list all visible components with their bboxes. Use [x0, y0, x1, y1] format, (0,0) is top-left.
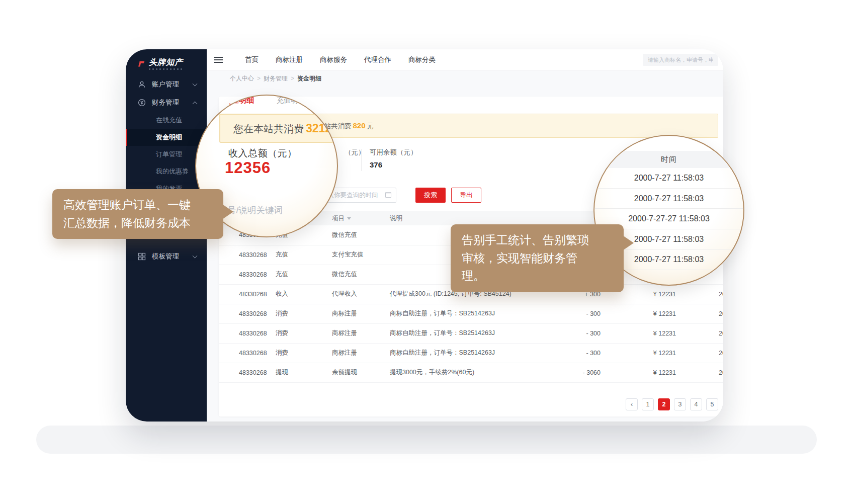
nav-item-4[interactable]: 代理合作: [364, 55, 391, 64]
page-button-1[interactable]: 1: [642, 398, 654, 410]
cell-r7c6: ¥ 12231: [616, 343, 691, 363]
lens-income-value: 12356: [225, 159, 271, 177]
page-button-5[interactable]: 5: [706, 398, 718, 410]
page-button-3[interactable]: 3: [674, 398, 686, 410]
cell-r5c3: 商标注册: [331, 304, 389, 323]
col-header-4: 说明: [389, 211, 555, 225]
cell-r6c7: 2000-7-27 11:58:03: [691, 323, 723, 343]
prev-page-button[interactable]: ‹: [626, 398, 638, 410]
finance-icon: [138, 99, 146, 107]
page-button-4[interactable]: 4: [690, 398, 702, 410]
callout-left: 高效管理账户订单、一键 汇总数据，降低财务成本: [52, 189, 223, 239]
breadcrumb-item-2[interactable]: 财务管理: [264, 74, 288, 83]
search-button[interactable]: 搜索: [415, 188, 446, 203]
menu-icon[interactable]: [214, 55, 223, 64]
sidebar-item-资金明细[interactable]: 资金明细: [126, 129, 207, 146]
cell-r4c3: 代理收入: [331, 284, 389, 304]
callout-left-arrow: [222, 204, 233, 219]
search-input[interactable]: [643, 54, 718, 66]
cell-r7c2: 消费: [275, 343, 331, 363]
logo-title: 头牌知产: [149, 57, 184, 67]
cell-r8c6: ¥ 12231: [616, 363, 691, 382]
cell-r6c1: 48330268: [219, 323, 275, 343]
nav-item-1[interactable]: 首页: [245, 55, 259, 64]
cell-r4c6: ¥ 12231: [616, 284, 691, 304]
nav-item-3[interactable]: 商标服务: [320, 55, 347, 64]
stat-balance: 可用余额（元） 376: [370, 148, 417, 169]
pagination: ‹12345: [626, 398, 718, 410]
breadcrumb-item-1[interactable]: 个人中心: [230, 74, 254, 83]
banner-amount: 820: [353, 121, 366, 130]
lens-income-label: 收入总额（元）: [228, 147, 297, 160]
cell-r7c1: 48330268: [219, 343, 275, 363]
logo: 头牌知产: [126, 49, 207, 75]
nav-item-2[interactable]: 商标注册: [276, 55, 303, 64]
calendar-icon: [385, 192, 391, 198]
banner-unit: 元: [367, 122, 374, 130]
callout-right-arrow: [623, 235, 634, 250]
breadcrumb-item-3[interactable]: 资金明细: [297, 74, 321, 83]
stat-divider: [361, 149, 362, 171]
cell-r1c3: 微信充值: [331, 225, 389, 245]
cell-r5c4: 商标自助注册，订单号：SB2514263J: [389, 304, 555, 323]
cell-r8c7: 2000-7-27 11:58:03: [691, 363, 723, 382]
cell-r5c6: ¥ 12231: [616, 304, 691, 323]
cell-r6c6: ¥ 12231: [616, 323, 691, 343]
cell-r6c5: - 300: [555, 323, 616, 343]
cell-r5c5: - 300: [555, 304, 616, 323]
sidebar-group-label: 模板管理: [152, 252, 179, 261]
chevron-down-icon: [193, 81, 198, 87]
breadcrumb: 个人中心>财务管理>资金明细: [207, 70, 723, 87]
lens-time-cell: 2000-7-27 11:58:03: [594, 168, 743, 189]
cell-r2c3: 支付宝充值: [331, 245, 389, 265]
sort-caret-icon: [347, 217, 351, 220]
sidebar-group-账户管理[interactable]: 账户管理: [126, 75, 207, 94]
cell-r7c3: 商标注册: [331, 343, 389, 363]
cell-r3c1: 48330268: [219, 265, 275, 284]
logo-subtext: [149, 68, 184, 70]
cell-r4c1: 48330268: [219, 284, 275, 304]
sidebar-item-我的优惠券[interactable]: 我的优惠券: [126, 163, 207, 180]
cell-r8c4: 提现3000元，手续费2%(60元): [389, 363, 555, 382]
top-nav: 首页商标注册商标服务代理合作商标分类: [245, 55, 436, 64]
user-icon: [138, 80, 146, 89]
sidebar-group-模板管理[interactable]: 模板管理: [126, 247, 207, 266]
breadcrumb-separator: >: [291, 75, 294, 82]
cell-r3c3: 微信充值: [331, 265, 389, 284]
cell-r7c7: 2000-7-27 11:58:03: [691, 343, 723, 363]
table-row: 48330268提现余额提现提现3000元，手续费2%(60元)- 3060¥ …: [219, 363, 723, 382]
page-button-2[interactable]: 2: [658, 398, 670, 410]
cell-r6c3: 商标注册: [331, 323, 389, 343]
sidebar-group-label: 财务管理: [152, 98, 179, 107]
cell-r8c1: 48330268: [219, 363, 275, 382]
cell-r6c2: 消费: [275, 323, 331, 343]
chevron-down-icon: [193, 254, 198, 259]
cell-r3c2: 充值: [275, 265, 331, 284]
callout-left-text: 高效管理账户订单、一键 汇总数据，降低财务成本: [63, 198, 191, 229]
sidebar-item-在线充值[interactable]: 在线充值: [126, 112, 207, 129]
cell-r2c1: 48330268: [219, 245, 275, 265]
laptop-base: [36, 426, 817, 454]
sidebar-group-财务管理[interactable]: 财务管理: [126, 94, 207, 112]
export-button[interactable]: 导出: [451, 188, 481, 203]
breadcrumb-separator: >: [257, 75, 261, 82]
cell-r8c3: 余额提现: [331, 363, 389, 382]
cell-r8c2: 提现: [275, 363, 331, 382]
col-header-3[interactable]: 项目: [331, 211, 389, 225]
cell-r2c2: 充值: [275, 245, 331, 265]
cell-r6c4: 商标自助注册，订单号：SB2514263J: [389, 323, 555, 343]
sidebar-group-label: 账户管理: [152, 80, 179, 89]
table-row: 48330268消费商标注册商标自助注册，订单号：SB2514263J- 300…: [219, 343, 723, 363]
template-icon: [138, 253, 146, 261]
lens-time-cell: 2000-7-27 11:58:03: [594, 189, 743, 209]
nav-item-5[interactable]: 商标分类: [408, 55, 436, 64]
sidebar-item-订单管理[interactable]: 订单管理: [126, 146, 207, 163]
top-navbar: 首页商标注册商标服务代理合作商标分类: [207, 49, 723, 70]
cell-r7c5: - 300: [555, 343, 616, 363]
cell-r5c2: 消费: [275, 304, 331, 323]
table-row: 48330268消费商标注册商标自助注册，订单号：SB2514263J- 300…: [219, 304, 723, 323]
callout-right-text: 告别手工统计、告别繁琐 审核，实现智能财务管 理。: [462, 233, 589, 282]
cell-r4c7: 2000-7-27 11:58:03: [691, 284, 723, 304]
callout-right: 告别手工统计、告别繁琐 审核，实现智能财务管 理。: [451, 224, 624, 292]
stat-consume: （元）: [345, 148, 365, 160]
